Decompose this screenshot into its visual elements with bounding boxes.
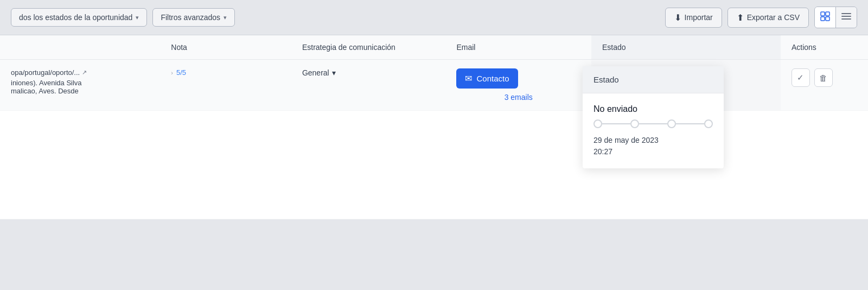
col-header-actions: Actions xyxy=(781,35,868,60)
export-icon: ⬆ xyxy=(737,12,744,23)
import-label: Importar xyxy=(685,13,713,22)
table-container: Nota Estrategia de comunicación Email Es… xyxy=(0,35,868,290)
estado-popup-header: Estado xyxy=(583,66,724,93)
export-button[interactable]: ⬆ Exportar a CSV xyxy=(727,8,809,28)
grid-view-button[interactable] xyxy=(815,7,836,28)
cell-nota: › 5/5 xyxy=(160,60,291,111)
list-view-button[interactable] xyxy=(836,7,857,28)
col-header-email: Email xyxy=(445,35,591,60)
delete-button[interactable]: 🗑 xyxy=(814,68,833,87)
notes-count: 5/5 xyxy=(176,68,186,77)
estado-date: 29 de may de 2023 20:27 xyxy=(593,135,713,157)
trash-icon: 🗑 xyxy=(819,73,827,83)
progress-line-3 xyxy=(676,123,704,124)
col-header-estado: Estado xyxy=(591,35,781,60)
estado-popup-content: No enviado 29 de may de 2023 20:27 xyxy=(583,93,724,168)
progress-line-2 xyxy=(639,123,667,124)
emails-link[interactable]: 3 emails xyxy=(456,93,580,102)
contact-button-label: Contacto xyxy=(476,74,509,83)
notes-chevron: › xyxy=(171,70,173,76)
svg-rect-0 xyxy=(821,12,825,16)
import-icon: ⬇ xyxy=(674,12,681,23)
import-button[interactable]: ⬇ Importar xyxy=(665,8,722,28)
status-filter-chevron: ▾ xyxy=(136,14,139,21)
contact-button[interactable]: ✉ Contacto xyxy=(456,68,518,89)
strategy-label: General xyxy=(302,68,329,77)
progress-dot-4 xyxy=(704,119,713,128)
status-filter-dropdown[interactable]: dos los estados de la oportunidad ▾ xyxy=(11,8,147,27)
cell-actions: ✓ 🗑 xyxy=(781,60,868,111)
left-info-block: opa/portugal/oporto/... ↗ iniones). Aven… xyxy=(11,68,149,95)
view-toggle-group xyxy=(814,7,857,28)
table-row: opa/portugal/oporto/... ↗ iniones). Aven… xyxy=(0,60,868,111)
list-icon xyxy=(841,14,851,23)
col-header-left xyxy=(0,35,160,60)
mail-icon: ✉ xyxy=(465,73,472,84)
toolbar-left: dos los estados de la oportunidad ▾ Filt… xyxy=(11,8,235,27)
progress-dots xyxy=(593,119,713,128)
col-header-estrategia: Estrategia de comunicación xyxy=(291,35,446,60)
empty-row xyxy=(0,111,868,219)
strategy-chevron: ▾ xyxy=(332,68,336,77)
grid-icon xyxy=(820,14,830,23)
strategy-dropdown[interactable]: General ▾ xyxy=(302,68,435,77)
emails-count: 3 emails xyxy=(505,93,533,102)
estado-value-label: No enviado xyxy=(593,104,713,114)
advanced-filters-dropdown[interactable]: Filtros avanzados ▾ xyxy=(152,8,235,27)
progress-dot-2 xyxy=(630,119,639,128)
progress-dot-1 xyxy=(593,119,602,128)
export-label: Exportar a CSV xyxy=(747,13,800,22)
status-filter-label: dos los estados de la oportunidad xyxy=(19,13,132,22)
estado-date-value: 29 de may de 2023 xyxy=(593,136,659,144)
estado-popup: Estado No enviado 29 de may de 2023 20:2… xyxy=(583,66,724,168)
data-table: Nota Estrategia de comunicación Email Es… xyxy=(0,35,868,219)
progress-dot-3 xyxy=(667,119,676,128)
check-button[interactable]: ✓ xyxy=(792,68,810,87)
check-icon: ✓ xyxy=(797,73,804,83)
left-text1: iniones). Avenida Silva xyxy=(11,79,149,87)
action-cell: ✓ 🗑 xyxy=(792,68,857,87)
external-link-icon: ↗ xyxy=(82,69,87,76)
left-text2: malicao, Aves. Desde xyxy=(11,87,149,95)
progress-line-1 xyxy=(602,123,630,124)
table-wrapper: Nota Estrategia de comunicación Email Es… xyxy=(0,35,868,219)
cell-email: ✉ Contacto 3 emails xyxy=(445,60,591,111)
left-link[interactable]: opa/portugal/oporto/... ↗ xyxy=(11,68,149,77)
notes-cell: › 5/5 xyxy=(171,68,280,77)
advanced-filters-label: Filtros avanzados xyxy=(161,13,220,22)
estado-header-label: Estado xyxy=(593,75,619,84)
estado-time-value: 20:27 xyxy=(593,147,612,156)
toolbar: dos los estados de la oportunidad ▾ Filt… xyxy=(0,0,868,35)
table-row-empty xyxy=(0,111,868,219)
svg-rect-3 xyxy=(826,17,829,21)
cell-estrategia: General ▾ xyxy=(291,60,446,111)
cell-left-info: opa/portugal/oporto/... ↗ iniones). Aven… xyxy=(0,60,160,111)
svg-rect-1 xyxy=(826,12,829,16)
svg-rect-2 xyxy=(821,17,825,21)
col-header-nota: Nota xyxy=(160,35,291,60)
left-link-text: opa/portugal/oporto/... xyxy=(11,68,80,77)
advanced-filters-chevron: ▾ xyxy=(224,14,227,21)
